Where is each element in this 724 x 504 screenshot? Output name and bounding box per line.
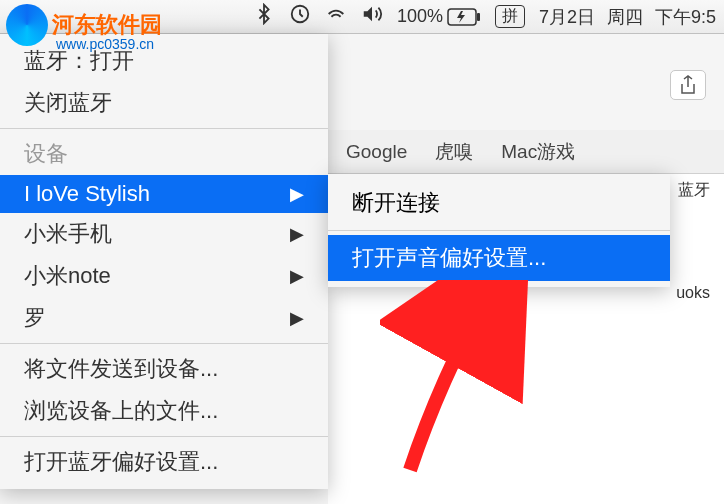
disconnect-device[interactable]: 断开连接	[328, 180, 670, 226]
menubar-date: 7月2日	[539, 5, 595, 29]
device-item-xiaomi-phone[interactable]: 小米手机 ▶	[0, 213, 328, 255]
bookmark-macgames[interactable]: Mac游戏	[501, 139, 575, 165]
menu-separator	[0, 343, 328, 344]
menubar-weekday: 周四	[607, 5, 643, 29]
content-text-bluetooth: 蓝牙	[678, 180, 710, 201]
device-submenu: 断开连接 打开声音偏好设置...	[328, 174, 670, 287]
date-time[interactable]: 7月2日 周四 下午9:5	[539, 5, 716, 29]
battery-percent: 100%	[397, 6, 443, 27]
device-name: I loVe Stylish	[24, 181, 150, 207]
device-item-luo[interactable]: 罗 ▶	[0, 297, 328, 339]
browse-device-files[interactable]: 浏览设备上的文件...	[0, 390, 328, 432]
clock-icon[interactable]	[289, 3, 311, 30]
device-name: 小米note	[24, 261, 111, 291]
content-text-uoks: uoks	[676, 284, 710, 302]
battery-status[interactable]: 100%	[397, 6, 481, 27]
device-item-stylish[interactable]: I loVe Stylish ▶	[0, 175, 328, 213]
wifi-icon[interactable]	[325, 3, 347, 30]
send-file-to-device[interactable]: 将文件发送到设备...	[0, 348, 328, 390]
bluetooth-status: 蓝牙：打开	[0, 40, 328, 82]
devices-header: 设备	[0, 133, 328, 175]
open-bluetooth-prefs[interactable]: 打开蓝牙偏好设置...	[0, 441, 328, 483]
watermark-logo	[6, 4, 48, 46]
menu-separator	[0, 128, 328, 129]
input-method-indicator[interactable]: 拼	[495, 5, 525, 28]
device-item-xiaomi-note[interactable]: 小米note ▶	[0, 255, 328, 297]
watermark: 河东软件园 www.pc0359.cn	[6, 4, 162, 46]
chevron-right-icon: ▶	[290, 223, 304, 245]
chevron-right-icon: ▶	[290, 307, 304, 329]
svg-rect-2	[477, 13, 480, 21]
watermark-url: www.pc0359.cn	[56, 36, 154, 52]
menu-separator	[0, 436, 328, 437]
volume-icon[interactable]	[361, 3, 383, 30]
open-sound-prefs[interactable]: 打开声音偏好设置...	[328, 235, 670, 281]
chevron-right-icon: ▶	[290, 183, 304, 205]
bluetooth-menu: 蓝牙：打开 关闭蓝牙 设备 I loVe Stylish ▶ 小米手机 ▶ 小米…	[0, 34, 328, 489]
device-name: 小米手机	[24, 219, 112, 249]
bookmarks-bar: Google 虎嗅 Mac游戏	[328, 130, 724, 174]
share-button[interactable]	[670, 70, 706, 100]
bluetooth-icon[interactable]	[253, 3, 275, 30]
bookmark-huxiu[interactable]: 虎嗅	[435, 139, 473, 165]
bookmark-google[interactable]: Google	[346, 141, 407, 163]
menu-separator	[328, 230, 670, 231]
device-name: 罗	[24, 303, 46, 333]
menubar-time: 下午9:5	[655, 5, 716, 29]
toggle-bluetooth-off[interactable]: 关闭蓝牙	[0, 82, 328, 124]
chevron-right-icon: ▶	[290, 265, 304, 287]
